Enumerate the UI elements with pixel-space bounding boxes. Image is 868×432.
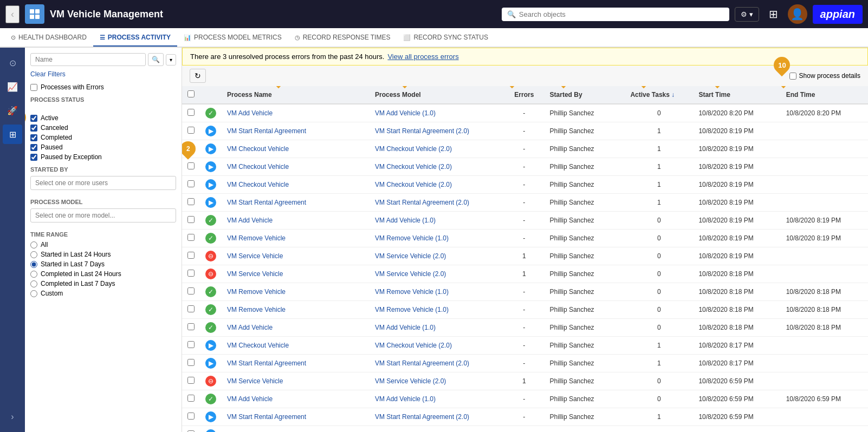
row-checkbox[interactable] bbox=[187, 180, 195, 187]
row-checkbox[interactable] bbox=[187, 287, 195, 294]
row-model-name[interactable]: VM Checkout Vehicle (2.0) bbox=[370, 337, 504, 355]
time-all-filter[interactable]: All bbox=[30, 241, 176, 248]
row-process-name[interactable]: VM Start Rental Agreement bbox=[222, 194, 370, 212]
row-checkbox[interactable] bbox=[187, 234, 195, 241]
header-active-tasks[interactable]: 7 Active Tasks ↓ bbox=[625, 86, 693, 104]
row-process-name[interactable]: VM Service Vehicle bbox=[222, 265, 370, 283]
show-details-label[interactable]: Show process details bbox=[789, 72, 860, 80]
row-model-name[interactable]: VM Start Rental Agreement (2.0) bbox=[370, 355, 504, 372]
row-process-name[interactable]: VM Start Rental Agreement bbox=[222, 408, 370, 426]
row-process-name[interactable]: VM Remove Vehicle bbox=[222, 301, 370, 319]
status-canceled-filter[interactable]: Canceled bbox=[30, 124, 176, 132]
row-checkbox[interactable] bbox=[187, 395, 195, 402]
process-model-input[interactable] bbox=[30, 208, 176, 222]
row-model-name[interactable]: VM Checkout Vehicle (2.0) bbox=[370, 140, 504, 158]
row-model-name[interactable]: VM Add Vehicle (1.0) bbox=[370, 104, 504, 122]
row-model-name[interactable]: VM Start Rental Agreement (2.0) bbox=[370, 122, 504, 140]
row-process-name[interactable]: VM Add Vehicle bbox=[222, 390, 370, 408]
status-active-checkbox[interactable] bbox=[30, 115, 37, 122]
row-model-name[interactable]: VM Service Vehicle (2.0) bbox=[370, 265, 504, 283]
select-all-checkbox[interactable] bbox=[187, 90, 195, 97]
row-checkbox-cell[interactable] bbox=[182, 212, 200, 230]
active-tasks-sort-icon[interactable]: ↓ bbox=[671, 91, 675, 99]
header-start-time[interactable]: 8 Start Time bbox=[693, 86, 780, 104]
status-completed-filter[interactable]: Completed bbox=[30, 134, 176, 141]
tab-health[interactable]: ⊙ HEALTH DASHBOARD bbox=[4, 29, 93, 47]
tab-response[interactable]: ◷ RECORD RESPONSE TIMES bbox=[288, 29, 397, 47]
name-input[interactable] bbox=[30, 53, 146, 66]
row-model-name[interactable]: VM Add Vehicle (1.0) bbox=[370, 212, 504, 230]
processes-with-errors-checkbox[interactable] bbox=[30, 84, 37, 91]
row-checkbox-cell[interactable] bbox=[182, 426, 200, 433]
time-custom-filter[interactable]: Custom bbox=[30, 290, 176, 297]
row-checkbox[interactable] bbox=[187, 341, 195, 348]
row-checkbox[interactable] bbox=[187, 323, 195, 330]
row-checkbox-cell[interactable] bbox=[182, 176, 200, 194]
row-checkbox[interactable] bbox=[187, 216, 195, 223]
row-checkbox-cell[interactable] bbox=[182, 283, 200, 301]
row-process-name[interactable]: VM Remove Vehicle bbox=[222, 230, 370, 247]
row-checkbox-cell[interactable] bbox=[182, 247, 200, 265]
header-process-model[interactable]: 4 Process Model bbox=[370, 86, 504, 104]
row-model-name[interactable]: VM Start Rental Agreement (2.0) bbox=[370, 408, 504, 426]
refresh-button[interactable]: ↻ bbox=[190, 69, 206, 83]
row-checkbox[interactable] bbox=[187, 198, 195, 205]
nav-icon-rocket[interactable]: 🚀 bbox=[3, 101, 22, 120]
row-model-name[interactable]: VM Remove Vehicle (1.0) bbox=[370, 301, 504, 319]
row-model-name[interactable]: VM Start Rental Agreement (2.0) bbox=[370, 194, 504, 212]
row-model-name[interactable]: VM Add Vehicle (1.0) bbox=[370, 390, 504, 408]
row-model-name[interactable]: VM Remove Vehicle (1.0) bbox=[370, 230, 504, 247]
row-checkbox[interactable] bbox=[187, 305, 195, 312]
row-checkbox-cell[interactable] bbox=[182, 355, 200, 372]
row-checkbox-cell[interactable] bbox=[182, 390, 200, 408]
row-model-name[interactable]: VM Service Vehicle (2.0) bbox=[370, 372, 504, 390]
row-checkbox[interactable] bbox=[187, 109, 195, 116]
row-process-name[interactable]: VM Add Vehicle bbox=[222, 104, 370, 122]
clear-filters-link[interactable]: Clear Filters bbox=[30, 70, 176, 78]
time-last7d-radio[interactable] bbox=[30, 261, 37, 268]
tab-process[interactable]: ☰ PROCESS ACTIVITY bbox=[93, 29, 177, 47]
view-errors-link[interactable]: View all process errors bbox=[387, 53, 458, 61]
row-process-name[interactable]: VM Checkout Vehicle bbox=[222, 176, 370, 194]
time-last24h-filter[interactable]: Started in Last 24 Hours bbox=[30, 251, 176, 258]
settings-button[interactable]: ⚙ ▾ bbox=[735, 7, 759, 22]
row-checkbox-cell[interactable] bbox=[182, 194, 200, 212]
row-process-name[interactable]: VM Checkout Vehicle bbox=[222, 158, 370, 176]
back-button[interactable]: ‹ bbox=[5, 5, 20, 23]
row-checkbox-cell[interactable] bbox=[182, 319, 200, 337]
row-checkbox-cell[interactable] bbox=[182, 158, 200, 176]
row-checkbox[interactable] bbox=[187, 270, 195, 277]
time-comp7d-radio[interactable] bbox=[30, 280, 37, 287]
time-last24h-radio[interactable] bbox=[30, 251, 37, 258]
nav-icon-process[interactable]: ⊞ bbox=[3, 125, 22, 144]
search-input[interactable] bbox=[519, 10, 724, 18]
row-process-name[interactable]: VM Start Rental Agreement bbox=[222, 122, 370, 140]
nav-icon-reports[interactable]: 📈 bbox=[3, 77, 22, 96]
show-details-checkbox[interactable] bbox=[789, 73, 796, 80]
header-end-time[interactable]: 9 End Time bbox=[781, 86, 868, 104]
header-process-name[interactable]: 3 Process Name bbox=[222, 86, 370, 104]
status-canceled-checkbox[interactable] bbox=[30, 125, 37, 132]
row-process-name[interactable]: VM Remove Vehicle bbox=[222, 283, 370, 301]
row-checkbox[interactable] bbox=[187, 127, 195, 134]
row-checkbox-cell[interactable] bbox=[182, 122, 200, 140]
started-by-input[interactable] bbox=[30, 176, 176, 190]
time-comp24h-radio[interactable] bbox=[30, 271, 37, 278]
time-last7d-filter[interactable]: Started in Last 7 Days bbox=[30, 260, 176, 268]
time-comp24h-filter[interactable]: Completed in Last 24 Hours bbox=[30, 270, 176, 278]
status-paused-exception-checkbox[interactable] bbox=[30, 154, 37, 161]
row-checkbox[interactable] bbox=[187, 377, 195, 384]
row-model-name[interactable]: VM Checkout Vehicle (2.0) bbox=[370, 426, 504, 433]
row-process-name[interactable]: VM Service Vehicle bbox=[222, 247, 370, 265]
header-errors[interactable]: 5 Errors bbox=[504, 86, 544, 104]
row-checkbox-cell[interactable] bbox=[182, 408, 200, 426]
row-process-name[interactable]: VM Start Rental Agreement bbox=[222, 355, 370, 372]
status-active-filter[interactable]: Active bbox=[30, 114, 176, 122]
header-started-by[interactable]: 6 Started By bbox=[545, 86, 625, 104]
name-search-button[interactable]: 🔍 bbox=[148, 53, 164, 66]
row-checkbox[interactable] bbox=[187, 359, 195, 366]
time-comp7d-filter[interactable]: Completed in Last 7 Days bbox=[30, 280, 176, 287]
row-checkbox[interactable] bbox=[187, 413, 195, 420]
tab-sync[interactable]: ⬜ RECORD SYNC STATUS bbox=[397, 29, 495, 47]
processes-with-errors-filter[interactable]: Processes with Errors bbox=[30, 83, 176, 91]
